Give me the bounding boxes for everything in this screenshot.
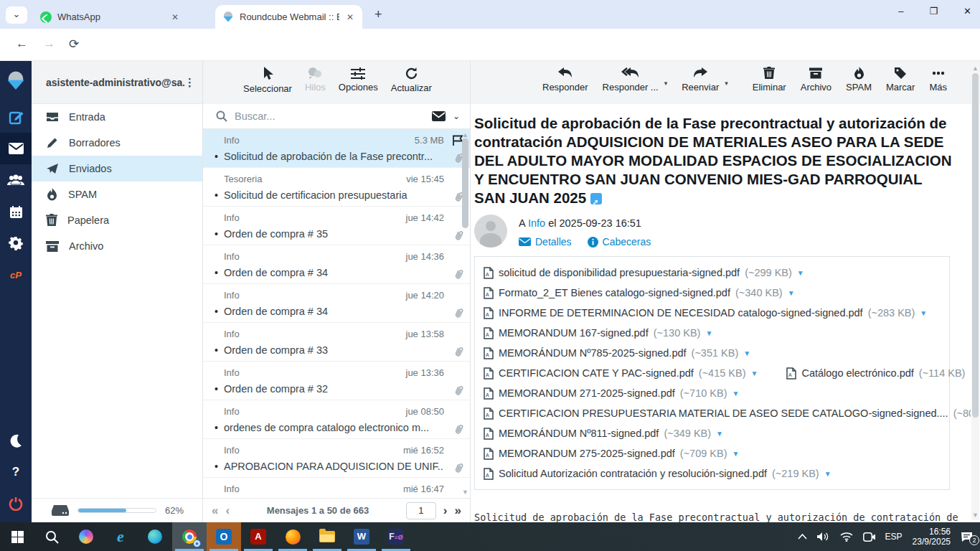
file-explorer-icon[interactable] bbox=[310, 522, 344, 551]
attachment-menu-caret[interactable]: ▼ bbox=[705, 329, 712, 337]
internet-explorer-icon[interactable]: e bbox=[103, 522, 138, 551]
list-scrollbar-thumb[interactable] bbox=[462, 138, 468, 228]
message-row[interactable]: Info jue 14:20 • Orden de compra # 34 bbox=[203, 284, 470, 323]
f-app-icon[interactable]: F≡Ø bbox=[379, 522, 413, 551]
folder-archivo[interactable]: Archivo bbox=[32, 233, 202, 259]
folder-enviados[interactable]: Enviados bbox=[32, 156, 202, 182]
folder-borradores[interactable]: Borradores bbox=[32, 130, 202, 156]
message-row[interactable]: Info mié 16:52 • APROBACION PARA ADQUISI… bbox=[203, 439, 470, 478]
minimize-window-button[interactable]: – bbox=[898, 6, 903, 17]
refresh-button[interactable]: Actualizar bbox=[391, 67, 432, 93]
close-window-button[interactable]: ✕ bbox=[963, 6, 971, 17]
first-page-button[interactable]: « bbox=[212, 504, 218, 518]
attachment-item[interactable]: A Catálogo electrónico.pdf (~114 KB) ▼ bbox=[786, 367, 971, 380]
close-tab-icon[interactable]: ✕ bbox=[345, 12, 355, 22]
recipient-link[interactable]: Info bbox=[528, 217, 545, 229]
clock[interactable]: 16:56 23/9/2025 bbox=[913, 527, 951, 547]
message-row[interactable]: Info jue 13:36 • Orden de compra # 32 bbox=[203, 362, 470, 400]
search-options-chevron-icon[interactable]: ⌄ bbox=[453, 111, 460, 121]
attachment-item[interactable]: A Solicitud Autorización contratación y … bbox=[484, 468, 831, 480]
attachment-item[interactable]: A MEMORANDUM 275-2025-signed.pdf (~709 K… bbox=[484, 448, 739, 460]
help-icon[interactable]: ? bbox=[0, 456, 32, 488]
attachment-name[interactable]: Formato_2_ET Bienes catalogo-signed-sign… bbox=[499, 287, 730, 298]
attachment-menu-caret[interactable]: ▼ bbox=[788, 289, 795, 297]
compose-button[interactable] bbox=[0, 101, 32, 133]
attachment-item[interactable]: A CERTIFICACION PRESUPUESTARIA MATERIAL … bbox=[484, 408, 971, 420]
logout-power-icon[interactable] bbox=[0, 488, 32, 519]
headers-link[interactable]: Cabeceras bbox=[588, 236, 651, 248]
message-row[interactable]: Info 5.3 MB • Solicitud de aprobación de… bbox=[203, 129, 470, 168]
next-page-button[interactable]: › bbox=[443, 504, 448, 518]
dark-mode-icon[interactable] bbox=[0, 425, 32, 456]
attachment-name[interactable]: MEMORANDUM 167-signed.pdf bbox=[499, 327, 649, 339]
mail-nav-button[interactable] bbox=[0, 133, 32, 164]
cpanel-icon[interactable]: cP bbox=[0, 259, 32, 291]
new-tab-button[interactable]: + bbox=[374, 7, 382, 22]
more-button[interactable]: Más bbox=[929, 67, 947, 93]
prev-page-button[interactable]: ‹ bbox=[225, 504, 230, 518]
attachment-item[interactable]: A MEMORÁNDUM Nº785-2025-signed.pdf (~351… bbox=[484, 347, 750, 359]
attachment-name[interactable]: CERTIFICACION PRESUPUESTARIA MATERIAL DE… bbox=[499, 408, 948, 419]
last-page-button[interactable]: » bbox=[455, 504, 461, 518]
taskbar-search-icon[interactable] bbox=[34, 522, 69, 551]
start-button[interactable] bbox=[0, 522, 34, 551]
reload-icon[interactable]: ⟳ bbox=[69, 37, 79, 52]
word-icon[interactable]: W bbox=[344, 522, 379, 551]
spam-button[interactable]: SPAM bbox=[846, 67, 872, 93]
chrome-icon[interactable]: ● bbox=[172, 522, 207, 551]
settings-nav-button[interactable] bbox=[0, 227, 32, 259]
copilot-icon[interactable] bbox=[69, 522, 103, 551]
attachment-menu-caret[interactable]: ▼ bbox=[797, 269, 804, 277]
attachment-item[interactable]: A INFORME DE DETERMINACION DE NECESIDAD … bbox=[484, 307, 927, 319]
attachment-name[interactable]: CERTIFICACION CATE Y PAC-signed.pdf bbox=[499, 367, 694, 379]
attachment-name[interactable]: MEMORÁNDUM Nº811-signed.pdf bbox=[499, 428, 659, 439]
back-icon[interactable]: ← bbox=[16, 37, 28, 51]
folder-spam[interactable]: SPAM bbox=[32, 182, 202, 207]
forward-button[interactable]: Reenviar bbox=[682, 67, 719, 93]
volume-icon[interactable] bbox=[817, 532, 830, 542]
search-input[interactable] bbox=[235, 110, 425, 122]
account-header[interactable]: asistente-administrativo@sa... ⋮ bbox=[32, 61, 202, 104]
list-scrollbar[interactable]: ▲ ▼ bbox=[462, 131, 468, 496]
acrobat-icon[interactable]: A bbox=[241, 522, 275, 551]
message-row[interactable]: Info jue 08:50 • ordenes de compra catal… bbox=[203, 400, 470, 439]
options-button[interactable]: Opciones bbox=[339, 67, 378, 93]
contacts-nav-button[interactable] bbox=[0, 164, 32, 196]
mark-button[interactable]: Marcar bbox=[886, 67, 915, 93]
tab-whatsapp[interactable]: WhatsApp ✕ bbox=[33, 5, 187, 29]
page-number-input[interactable]: 1 bbox=[406, 502, 436, 519]
attachment-name[interactable]: MEMORANDUM 275-2025-signed.pdf bbox=[499, 448, 675, 459]
message-row[interactable]: Tesoreria vie 15:45 • Solicitud de certi… bbox=[203, 168, 470, 207]
attachment-menu-caret[interactable]: ▼ bbox=[970, 369, 971, 377]
firefox-icon[interactable] bbox=[275, 522, 310, 551]
forward-menu-caret[interactable]: ▾ bbox=[725, 80, 728, 87]
attachment-menu-caret[interactable]: ▼ bbox=[716, 430, 723, 438]
message-row[interactable]: Info jue 14:36 • Orden de compra # 34 bbox=[203, 245, 470, 284]
reader-scrollbar-thumb[interactable] bbox=[972, 73, 979, 418]
attachment-name[interactable]: solicitud de disponibilidad presupuestar… bbox=[499, 267, 740, 278]
reader-scrollbar[interactable]: ▲ ▼ bbox=[971, 63, 979, 520]
tab-roundcube[interactable]: Roundcube Webmail :: Enviados ✕ bbox=[215, 5, 362, 29]
maximize-window-button[interactable]: ❐ bbox=[929, 6, 938, 17]
meet-now-icon[interactable] bbox=[863, 532, 875, 542]
tab-search-button[interactable]: ⌄ bbox=[6, 6, 27, 24]
message-row[interactable]: Info mié 16:47 • bbox=[203, 478, 470, 498]
details-link[interactable]: Detalles bbox=[519, 236, 572, 248]
attachment-menu-caret[interactable]: ▼ bbox=[743, 349, 750, 357]
delete-button[interactable]: Eliminar bbox=[753, 67, 786, 93]
attachment-item[interactable]: A solicitud de disponibilidad presupuest… bbox=[484, 267, 804, 279]
archive-button[interactable]: Archivo bbox=[801, 67, 831, 93]
attachment-item[interactable]: A CERTIFICACION CATE Y PAC-signed.pdf (~… bbox=[484, 367, 758, 380]
search-scope-mail-icon[interactable] bbox=[432, 111, 446, 121]
reply-all-button[interactable]: Responder ... bbox=[603, 67, 659, 93]
edge-icon[interactable] bbox=[138, 522, 172, 551]
attachment-item[interactable]: A Formato_2_ET Bienes catalogo-signed-si… bbox=[484, 287, 795, 299]
reply-all-menu-caret[interactable]: ▾ bbox=[664, 80, 668, 87]
attachment-menu-caret[interactable]: ▼ bbox=[920, 309, 927, 317]
attachment-name[interactable]: Catálogo electrónico.pdf bbox=[801, 367, 913, 379]
outlook-icon[interactable]: O bbox=[207, 522, 241, 551]
external-link-icon[interactable] bbox=[590, 193, 602, 204]
message-row[interactable]: Info jue 14:42 • Orden de compra # 35 bbox=[203, 207, 470, 245]
folder-entrada[interactable]: Entrada bbox=[32, 104, 202, 130]
folder-papelera[interactable]: Papelera bbox=[32, 207, 202, 233]
